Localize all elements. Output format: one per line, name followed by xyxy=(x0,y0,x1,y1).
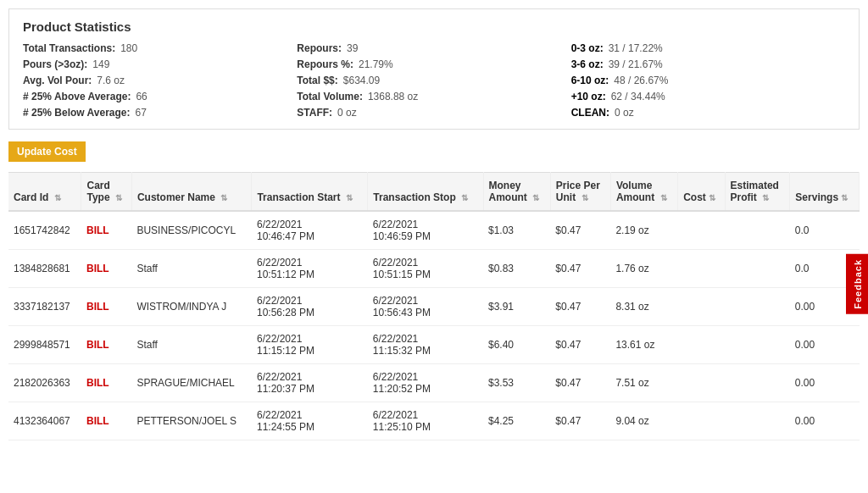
stat-repours: Repours: 39 xyxy=(297,42,570,54)
cell-price-per-unit: $0.47 xyxy=(550,211,610,250)
cell-customer-name: SPRAGUE/MICHAEL xyxy=(131,364,252,402)
stats-grid: Total Transactions: 180 Pours (>3oz): 14… xyxy=(23,42,845,119)
cell-volume-amount: 13.61 oz xyxy=(610,326,677,364)
sort-icon: ⇅ xyxy=(461,193,468,202)
th-money-amount[interactable]: MoneyAmount ⇅ xyxy=(483,173,550,212)
cell-money-amount: $4.25 xyxy=(483,402,550,440)
stat-6-10oz: 6-10 oz: 48 / 26.67% xyxy=(571,75,845,86)
th-transaction-stop[interactable]: Transaction Stop ⇅ xyxy=(368,173,483,212)
cell-cost xyxy=(678,288,725,326)
cell-card-type: BILL xyxy=(81,288,131,326)
cell-transaction-start: 6/22/2021 11:15:12 PM xyxy=(252,326,368,364)
cell-card-id: 2182026363 xyxy=(8,364,81,402)
th-volume-amount[interactable]: VolumeAmount ⇅ xyxy=(610,173,677,212)
stat-label: Total Volume: xyxy=(297,91,363,102)
feedback-tab[interactable]: Feedback xyxy=(846,254,868,314)
cell-price-per-unit: $0.47 xyxy=(550,288,610,326)
stat-value: 0 oz xyxy=(337,107,357,119)
cell-card-id: 1651742842 xyxy=(8,211,81,250)
cell-money-amount: $3.91 xyxy=(483,288,550,326)
cell-card-id: 2999848571 xyxy=(8,326,81,364)
stat-value: 0 oz xyxy=(615,107,634,119)
table-row: 1384828681BILLStaff6/22/2021 10:51:12 PM… xyxy=(8,250,860,288)
stat-label: Repours: xyxy=(297,42,342,54)
stat-value: 62 / 34.44% xyxy=(611,91,665,102)
th-customer-name[interactable]: Customer Name ⇅ xyxy=(131,173,252,212)
cell-card-id: 4132364067 xyxy=(8,402,81,440)
cell-servings: 0.00 xyxy=(790,364,860,402)
table-row: 4132364067BILLPETTERSON/JOEL S6/22/2021 … xyxy=(8,402,860,440)
cell-price-per-unit: $0.47 xyxy=(550,326,610,364)
cell-transaction-stop: 6/22/2021 11:25:10 PM xyxy=(368,402,483,440)
th-price-per-unit[interactable]: Price PerUnit ⇅ xyxy=(550,173,610,212)
cell-cost xyxy=(678,250,725,288)
cell-money-amount: $0.83 xyxy=(483,250,550,288)
stat-value: 149 xyxy=(92,58,109,70)
stats-col-1: Total Transactions: 180 Pours (>3oz): 14… xyxy=(23,42,297,119)
th-servings[interactable]: Servings⇅ xyxy=(790,173,860,212)
cell-card-type: BILL xyxy=(81,364,131,402)
cell-estimated-profit xyxy=(725,326,790,364)
cell-money-amount: $6.40 xyxy=(483,326,550,364)
stat-label: Total $$: xyxy=(297,75,337,86)
table-row: 2182026363BILLSPRAGUE/MICHAEL6/22/2021 1… xyxy=(8,364,860,402)
page-wrapper: Product Statistics Total Transactions: 1… xyxy=(0,0,868,493)
stat-label: CLEAN: xyxy=(571,107,609,119)
stats-panel: Product Statistics Total Transactions: 1… xyxy=(8,8,860,130)
table-body: 1651742842BILLBUSINESS/PICOCYL6/22/2021 … xyxy=(8,211,860,440)
table-row: 3337182137BILLWISTROM/INDYA J6/22/2021 1… xyxy=(8,288,860,326)
stats-col-3: 0-3 oz: 31 / 17.22% 3-6 oz: 39 / 21.67% … xyxy=(571,42,845,119)
stat-label: 3-6 oz: xyxy=(571,58,604,70)
stat-total-transactions: Total Transactions: 180 xyxy=(23,42,297,54)
cell-volume-amount: 9.04 oz xyxy=(610,402,677,440)
stat-label: # 25% Above Average: xyxy=(23,91,131,102)
cell-estimated-profit xyxy=(725,250,790,288)
stat-10oz-plus: +10 oz: 62 / 34.44% xyxy=(571,91,845,102)
stat-value: 31 / 17.22% xyxy=(609,42,663,54)
stat-label: +10 oz: xyxy=(571,91,606,102)
cell-transaction-start: 6/22/2021 10:56:28 PM xyxy=(252,288,368,326)
cell-transaction-stop: 6/22/2021 10:56:43 PM xyxy=(368,288,483,326)
cell-money-amount: $3.53 xyxy=(483,364,550,402)
update-cost-button[interactable]: Update Cost xyxy=(8,141,86,162)
cell-card-id: 1384828681 xyxy=(8,250,81,288)
stat-total-volume: Total Volume: 1368.88 oz xyxy=(297,91,570,102)
sort-icon: ⇅ xyxy=(581,193,588,202)
table-wrapper: Card Id ⇅ CardType ⇅ Customer Name ⇅ Tra… xyxy=(8,172,860,440)
cell-price-per-unit: $0.47 xyxy=(550,364,610,402)
stat-value: 39 xyxy=(347,42,358,54)
stats-col-2: Repours: 39 Repours %: 21.79% Total $$: … xyxy=(297,42,570,119)
stat-label: # 25% Below Average: xyxy=(23,107,131,119)
stat-clean: CLEAN: 0 oz xyxy=(571,107,845,119)
cell-customer-name: Staff xyxy=(131,250,252,288)
th-card-type[interactable]: CardType ⇅ xyxy=(81,173,131,212)
stat-label: Pours (>3oz): xyxy=(23,58,87,70)
stat-avg-vol: Avg. Vol Pour: 7.6 oz xyxy=(23,75,297,86)
stat-label: 6-10 oz: xyxy=(571,75,609,86)
cell-estimated-profit xyxy=(725,211,790,250)
stat-0-3oz: 0-3 oz: 31 / 17.22% xyxy=(571,42,845,54)
stat-label: Total Transactions: xyxy=(23,42,115,54)
cell-card-id: 3337182137 xyxy=(8,288,81,326)
th-estimated-profit[interactable]: EstimatedProfit ⇅ xyxy=(725,173,790,212)
cell-customer-name: BUSINESS/PICOCYL xyxy=(131,211,252,250)
stat-value: 1368.88 oz xyxy=(368,91,418,102)
sort-icon: ⇅ xyxy=(532,193,539,202)
cell-transaction-stop: 6/22/2021 11:20:52 PM xyxy=(368,364,483,402)
transactions-table: Card Id ⇅ CardType ⇅ Customer Name ⇅ Tra… xyxy=(8,172,860,440)
stat-label: Avg. Vol Pour: xyxy=(23,75,92,86)
stat-value: 39 / 21.67% xyxy=(609,58,663,70)
th-card-id[interactable]: Card Id ⇅ xyxy=(8,173,81,212)
sort-icon: ⇅ xyxy=(54,193,61,202)
cell-transaction-stop: 6/22/2021 10:46:59 PM xyxy=(368,211,483,250)
stat-value: 66 xyxy=(136,91,147,102)
th-cost[interactable]: Cost⇅ xyxy=(678,173,725,212)
stat-total-dollars: Total $$: $634.09 xyxy=(297,75,570,86)
cell-estimated-profit xyxy=(725,288,790,326)
th-transaction-start[interactable]: Transaction Start ⇅ xyxy=(252,173,368,212)
stat-label: 0-3 oz: xyxy=(571,42,604,54)
stat-below-avg: # 25% Below Average: 67 xyxy=(23,107,297,119)
cell-transaction-start: 6/22/2021 11:24:55 PM xyxy=(252,402,368,440)
stat-staff: STAFF: 0 oz xyxy=(297,107,570,119)
cell-card-type: BILL xyxy=(81,211,131,250)
